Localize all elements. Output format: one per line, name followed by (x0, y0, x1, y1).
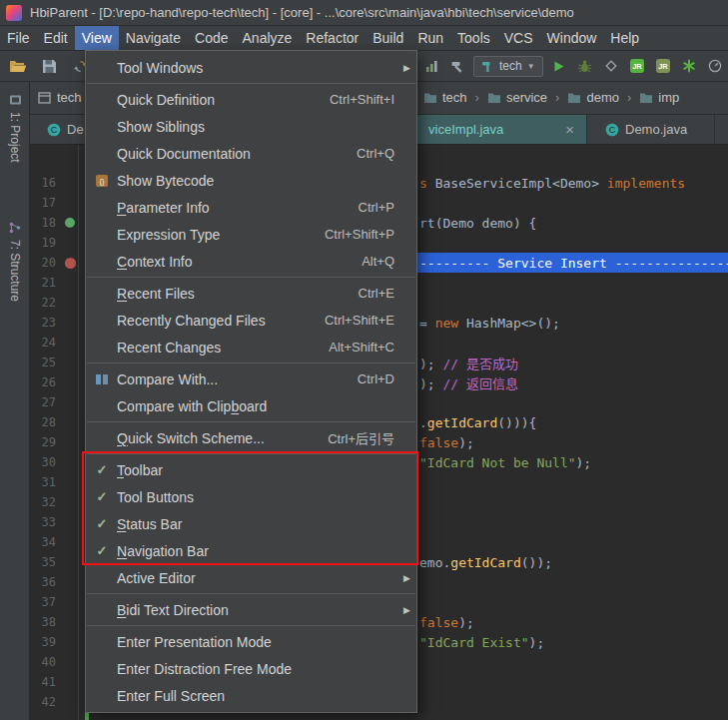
caret-down-icon: ▼ (527, 62, 535, 71)
nav-root[interactable]: tech (38, 82, 82, 113)
gutter-slot (62, 356, 78, 369)
window-icon (38, 92, 51, 104)
menu-refactor[interactable]: Refactor (299, 26, 365, 50)
run-button[interactable] (549, 56, 569, 76)
menu-item-label: Recent Changes (117, 340, 221, 356)
menu-item-recent-changes[interactable]: Recent ChangesAlt+Shift+C (86, 334, 416, 360)
submenu-arrow-icon: ▶ (398, 605, 410, 615)
breadcrumb-imp[interactable]: imp (639, 90, 679, 105)
gutter-slot (62, 316, 78, 330)
gutter-slot (62, 575, 78, 589)
menu-navigate[interactable]: Navigate (119, 26, 188, 50)
debug-icon (577, 59, 592, 74)
menu-item-label: Recent Files (117, 286, 195, 302)
coverage-button[interactable] (601, 56, 621, 76)
breadcrumb-demo[interactable]: demo (567, 90, 619, 105)
menu-item-enter-full-screen[interactable]: Enter Full Screen (86, 682, 416, 709)
line-number: 21 (34, 276, 56, 290)
gutter-slot (62, 495, 78, 509)
svg-text:JR: JR (632, 62, 642, 71)
tool-window-label: 1: Project (8, 112, 22, 163)
menu-item-quick-definition[interactable]: Quick DefinitionCtrl+Shift+I (86, 86, 416, 113)
menu-item-recent-files[interactable]: Recent FilesCtrl+E (86, 280, 416, 307)
compile-button[interactable] (421, 56, 441, 76)
menu-separator (87, 421, 415, 422)
menu-item-enter-presentation-mode[interactable]: Enter Presentation Mode (86, 628, 416, 655)
menu-code[interactable]: Code (188, 26, 235, 50)
class-icon: C (47, 123, 61, 137)
menu-item-recently-changed-files[interactable]: Recently Changed FilesCtrl+Shift+E (86, 307, 416, 334)
profiler-button[interactable] (705, 56, 725, 76)
line-number: 27 (34, 395, 56, 409)
jrebel-debug-button[interactable]: JR (653, 56, 673, 76)
menu-item-tool-windows[interactable]: Tool Windows▶ (86, 54, 416, 81)
line-number: 28 (34, 415, 56, 429)
menu-vcs[interactable]: VCS (497, 26, 540, 50)
menu-bar: FileEditViewNavigateCodeAnalyzeRefactorB… (0, 26, 728, 51)
class-icon: C (605, 123, 619, 137)
menu-item-label: Tool Windows (117, 60, 203, 76)
menu-tools[interactable]: Tools (450, 26, 497, 50)
svg-text:C: C (609, 125, 616, 135)
svg-text:{}: {} (99, 177, 105, 186)
menu-item-label: Context Info (117, 254, 193, 270)
line-number: 19 (34, 236, 56, 250)
menu-item-shortcut: Ctrl+Shift+E (325, 313, 398, 328)
menu-item-compare-with[interactable]: Compare With...Ctrl+D (86, 365, 416, 392)
jrebel-run-icon: JR (629, 58, 645, 74)
menu-item-bidi-text-direction[interactable]: Bidi Text Direction▶ (86, 596, 416, 623)
run-configuration-selector[interactable]: tech▼ (473, 56, 543, 77)
gutter-slot (62, 635, 78, 649)
build-project-button[interactable] (447, 56, 467, 76)
menu-item-quick-documentation[interactable]: Quick DocumentationCtrl+Q (86, 140, 416, 167)
breadcrumb-service[interactable]: service (487, 90, 547, 105)
line-number: 20 (34, 256, 56, 270)
menu-item-label: Quick Definition (117, 92, 215, 108)
menu-item-show-siblings[interactable]: Show Siblings (86, 113, 416, 140)
menu-edit[interactable]: Edit (37, 26, 75, 50)
menu-item-quick-switch-scheme[interactable]: Quick Switch Scheme...Ctrl+后引号 (86, 424, 416, 451)
menu-file[interactable]: File (0, 26, 37, 50)
folder-icon (639, 92, 653, 104)
menu-run[interactable]: Run (410, 26, 450, 50)
menu-analyze[interactable]: Analyze (236, 26, 300, 50)
method-marker-gutter-icon[interactable] (62, 216, 78, 230)
menu-item-active-editor[interactable]: Active Editor▶ (86, 564, 416, 591)
menu-item-parameter-info[interactable]: Parameter InfoCtrl+P (86, 194, 416, 221)
toolbar-left-group (8, 51, 90, 81)
bookmark-gutter-icon[interactable] (62, 256, 78, 270)
submenu-arrow-icon: ▶ (398, 63, 410, 73)
tool-window-stripe: 1: Project7: Structure (0, 82, 30, 720)
debug-button[interactable] (575, 56, 595, 76)
menu-view[interactable]: View (75, 26, 119, 50)
run-icon (552, 60, 565, 73)
menu-item-show-bytecode[interactable]: {}Show Bytecode (86, 167, 416, 194)
close-tab-icon[interactable]: × (565, 122, 574, 137)
breadcrumb-label: tech (442, 90, 467, 105)
menu-item-expression-type[interactable]: Expression TypeCtrl+Shift+P (86, 221, 416, 248)
application-window: HbiParent - [D:\repo-hand\repo-tech\tech… (0, 0, 728, 720)
menu-window[interactable]: Window (540, 26, 604, 50)
line-number: 42 (34, 695, 56, 709)
menu-item-compare-with-clipboard[interactable]: Compare with Clipboard (86, 392, 416, 419)
folder-open-button[interactable] (8, 56, 28, 76)
breadcrumb-tech[interactable]: tech (423, 90, 467, 105)
jrebel-run-button[interactable]: JR (627, 56, 647, 76)
menu-separator (87, 593, 415, 594)
tool-window-button-1-project[interactable]: 1: Project (0, 94, 30, 163)
gutter-slot (62, 276, 78, 290)
menu-item-label: Parameter Info (117, 200, 210, 216)
menu-item-context-info[interactable]: Context InfoAlt+Q (86, 248, 416, 275)
tool-window-button-7-structure[interactable]: 7: Structure (0, 222, 30, 302)
save-all-button[interactable] (39, 56, 59, 76)
hotswap-button[interactable] (679, 56, 699, 76)
menu-build[interactable]: Build (365, 26, 410, 50)
line-number: 34 (34, 535, 56, 549)
title-bar: HbiParent - [D:\repo-hand\repo-tech\tech… (0, 0, 728, 26)
menu-item-label: Recently Changed Files (117, 313, 266, 329)
tab-demo-java[interactable]: CDemo.java (587, 115, 715, 144)
menu-help[interactable]: Help (603, 26, 646, 50)
gutter-slot (62, 296, 78, 310)
menu-item-enter-distraction-free-mode[interactable]: Enter Distraction Free Mode (86, 655, 416, 682)
gutter-slot (62, 475, 78, 489)
